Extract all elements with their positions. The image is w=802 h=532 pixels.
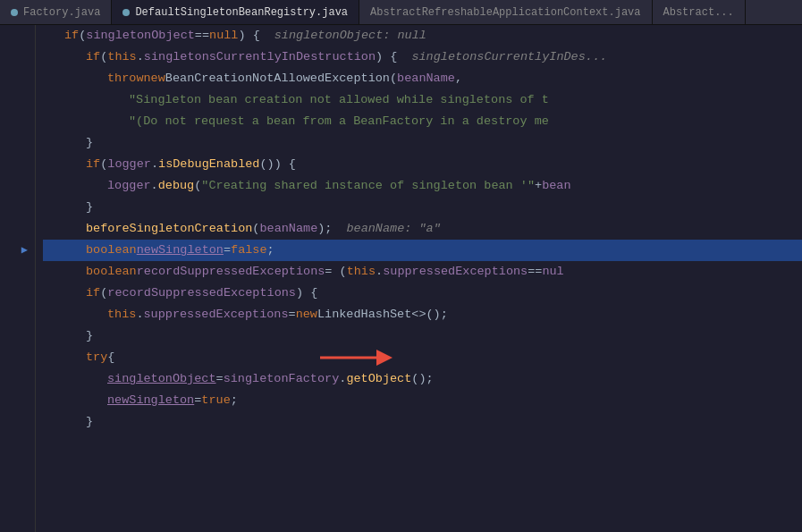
line-num	[0, 261, 35, 283]
code-line: }	[43, 411, 802, 433]
line-num	[0, 197, 35, 218]
code-line: }	[43, 132, 802, 154]
line-num	[0, 175, 35, 197]
line-num	[0, 111, 35, 132]
code-line: boolean recordSuppressedExceptions = (th…	[43, 261, 802, 283]
tab-label: Abstract...	[663, 6, 734, 19]
line-num	[0, 347, 35, 368]
code-area: if (singletonObject == null) { singleton…	[36, 25, 802, 532]
line-num	[0, 325, 35, 347]
red-arrow-icon	[320, 349, 401, 367]
editor: ▶ if (singletonObject == null) { singlet…	[0, 25, 802, 532]
line-num	[0, 304, 35, 325]
code-line: "(Do not request a bean from a BeanFacto…	[43, 111, 802, 132]
line-num	[0, 283, 35, 304]
line-num	[0, 411, 35, 433]
code-line: throw new BeanCreationNotAllowedExceptio…	[43, 68, 802, 89]
tab-defaultsingleton[interactable]: DefaultSingletonBeanRegistry.java	[112, 0, 359, 24]
code-line-highlighted: boolean newSingleton = false;	[43, 240, 802, 261]
tab-factory[interactable]: Factory.java	[0, 0, 112, 24]
code-line: newSingleton = true;	[43, 390, 802, 411]
line-num	[0, 218, 35, 240]
line-num	[0, 154, 35, 175]
gutter: ▶	[0, 25, 36, 532]
code-line: singletonObject = singletonFactory.getOb…	[43, 368, 802, 390]
code-line: if (this.singletonsCurrentlyInDestructio…	[43, 46, 802, 68]
line-num	[0, 25, 35, 46]
line-num	[0, 368, 35, 390]
line-num	[0, 132, 35, 154]
tab-label: DefaultSingletonBeanRegistry.java	[135, 6, 348, 19]
line-num	[0, 89, 35, 111]
tab-abstractrefreshable[interactable]: AbstractRefreshableApplicationContext.ja…	[359, 0, 652, 24]
code-line: if (recordSuppressedExceptions) {	[43, 283, 802, 304]
code-line: }	[43, 197, 802, 218]
tab-bar: Factory.java DefaultSingletonBeanRegistr…	[0, 0, 802, 25]
line-num	[0, 390, 35, 411]
tab-dot	[122, 9, 130, 16]
tab-label: AbstractRefreshableApplicationContext.ja…	[370, 6, 640, 19]
code-line: logger.debug("Creating shared instance o…	[43, 175, 802, 197]
tab-abstract[interactable]: Abstract...	[653, 0, 746, 24]
code-line: "Singleton bean creation not allowed whi…	[43, 89, 802, 111]
code-line: if (singletonObject == null) { singleton…	[43, 25, 802, 46]
code-line: }	[43, 325, 802, 347]
tab-label: Factory.java	[23, 6, 100, 19]
tab-dot	[11, 9, 18, 16]
line-num	[0, 46, 35, 68]
code-line: beforeSingletonCreation(beanName); beanN…	[43, 218, 802, 240]
code-line-try: try {	[43, 347, 802, 368]
line-num	[0, 68, 35, 89]
code-line: if (logger.isDebugEnabled()) {	[43, 154, 802, 175]
line-num: ▶	[0, 240, 35, 261]
code-line: this.suppressedExceptions = new LinkedHa…	[43, 304, 802, 325]
